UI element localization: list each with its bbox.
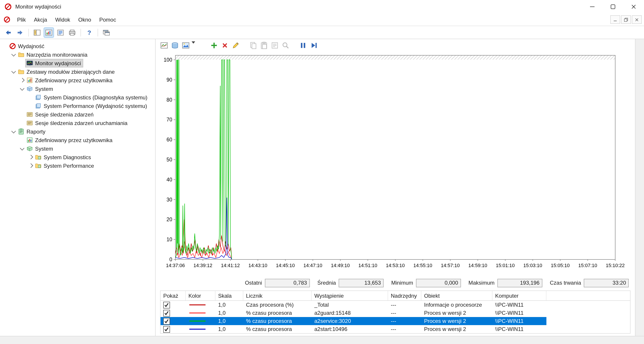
legend-column-header[interactable]: Wystąpienie [312, 291, 388, 300]
chevron-right-icon[interactable] [19, 77, 26, 84]
svg-text:14:51:10: 14:51:10 [358, 262, 377, 268]
mdi-window-controls [610, 15, 642, 24]
svg-text:14:55:10: 14:55:10 [413, 262, 432, 268]
svg-text:14:45:10: 14:45:10 [276, 262, 295, 268]
delete-counter-button[interactable] [221, 41, 229, 50]
tree-item-startup-event-trace-sessions[interactable]: Sesje śledzenia zdarzeń uruchamiania [0, 119, 155, 127]
legend-cell-counter: % czasu procesora [243, 326, 312, 332]
tree-item-label: Sesje śledzenia zdarzeń uruchamiania [35, 120, 128, 126]
legend-row-a2guard-15148[interactable]: 1,0% czasu procesoraa2guard:15148---Proc… [160, 309, 546, 317]
mdi-close-button[interactable] [632, 15, 642, 24]
legend-column-header[interactable]: Kolor [186, 291, 216, 300]
mdi-restore-button[interactable] [621, 15, 631, 24]
add-counter-button[interactable] [210, 41, 218, 50]
tree-item-performance[interactable]: Wydajność [0, 42, 155, 50]
status-bar [0, 336, 644, 344]
print-button[interactable] [68, 28, 77, 37]
svg-text:15:01:10: 15:01:10 [496, 262, 515, 268]
view-log-data-button[interactable] [171, 41, 179, 50]
chevron-down-icon[interactable] [10, 51, 17, 58]
tree-item-event-trace-sessions[interactable]: Sesje śledzenia zdarzeń [0, 110, 155, 119]
tree-item-system-diagnostics-reports[interactable]: System Diagnostics [0, 153, 155, 162]
show-counter-checkbox[interactable] [163, 326, 170, 332]
tree-item-user-defined-reports[interactable]: Zdefiniowany przez użytkownika [0, 136, 155, 144]
paste-counter-list-button[interactable] [260, 41, 268, 50]
tree-item-monitoring-tools[interactable]: Narzędzia monitorowania [0, 50, 155, 59]
chevron-down-icon[interactable] [19, 145, 26, 152]
svg-text:70: 70 [166, 117, 172, 122]
menu-app-icon [4, 16, 10, 23]
menu-okno[interactable]: Okno [74, 14, 95, 24]
properties-button[interactable] [271, 41, 279, 50]
legend-column-header[interactable]: Skala [216, 291, 243, 300]
svg-text:40: 40 [166, 177, 172, 182]
performance-graph: 010203040506070809010014:37:0614:39:1214… [159, 52, 632, 275]
legend-cell-scale: 1,0 [216, 310, 243, 316]
svg-text:20: 20 [166, 216, 172, 222]
minimize-button[interactable] [582, 0, 603, 14]
menu-plik[interactable]: Plik [13, 14, 30, 24]
details-pane: 010203040506070809010014:37:0614:39:1214… [156, 39, 636, 336]
tree-item-system-sets[interactable]: System [0, 84, 155, 93]
zoom-button[interactable] [282, 41, 290, 50]
view-current-activity-button[interactable] [160, 41, 168, 50]
chevron-down-icon[interactable] [10, 68, 17, 75]
legend-row--total[interactable]: 1,0Czas procesora (%)_Total---Informacje… [160, 301, 546, 309]
legend-column-header[interactable]: Licznik [243, 291, 312, 300]
tree-indent-spacer [19, 120, 26, 126]
tree-item-system-performance-reports[interactable]: System Performance [0, 162, 155, 170]
show-hide-console-tree-button[interactable] [32, 28, 42, 37]
tree-item-performance-monitor[interactable]: Monitor wydajności [0, 59, 155, 68]
chevron-down-icon[interactable] [10, 128, 17, 135]
legend-column-header[interactable]: Komputer [492, 291, 546, 300]
stat-value-duration: 33:20 [584, 278, 629, 287]
svg-text:14:47:10: 14:47:10 [303, 262, 322, 268]
toolbar-separator [203, 45, 207, 46]
legend-cell-parent: --- [388, 302, 422, 308]
tree-item-system-reports[interactable]: System [0, 144, 155, 153]
mdi-minimize-button[interactable] [610, 15, 620, 24]
tree-item-system-diagnostics-set[interactable]: System Diagnostics (Diagnostyka systemu) [0, 93, 155, 102]
tree-indent-spacer [2, 43, 8, 50]
legend-column-header[interactable]: Nadrzędny [388, 291, 422, 300]
tree-item-system-performance-set[interactable]: System Performance (Wydajność systemu) [0, 102, 155, 110]
tree-item-user-defined-sets[interactable]: Zdefiniowany przez użytkownika [0, 76, 155, 84]
new-window-button[interactable] [102, 28, 111, 37]
menu-pomoc[interactable]: Pomoc [95, 14, 120, 24]
highlight-button[interactable] [232, 41, 240, 50]
legend-cell-object: Proces w wersji 2 [422, 326, 492, 332]
export-list-button[interactable] [56, 28, 65, 37]
legend-column-header[interactable]: Obiekt [422, 291, 492, 300]
close-button[interactable] [623, 0, 644, 14]
legend-row-a2service-3020[interactable]: 1,0% czasu procesoraa2service:3020---Pro… [160, 317, 546, 325]
change-graph-type-dropdown[interactable] [192, 41, 200, 50]
chevron-down-icon[interactable] [19, 86, 26, 92]
legend-column-header[interactable]: Pokaż [160, 291, 186, 300]
window-title: Monitor wydajności [15, 4, 61, 10]
back-button[interactable] [4, 28, 13, 37]
maximize-button[interactable] [603, 0, 623, 14]
chevron-right-icon[interactable] [28, 154, 34, 160]
update-data-button[interactable] [310, 41, 318, 50]
show-counter-checkbox[interactable] [163, 310, 170, 316]
show-counter-checkbox[interactable] [163, 302, 170, 308]
menu-akcja[interactable]: Akcja [30, 14, 51, 24]
help-button[interactable]: ? [84, 28, 94, 37]
freeze-display-button[interactable] [299, 41, 307, 50]
tree-item-reports[interactable]: Raporty [0, 127, 155, 136]
session-icon [26, 111, 33, 118]
forward-button[interactable] [15, 28, 25, 37]
tree-item-label: Zdefiniowany przez użytkownika [35, 137, 112, 143]
tree-item-label: Zdefiniowany przez użytkownika [35, 77, 112, 84]
tree-item-data-collector-sets[interactable]: Zestawy modułów zbierających dane [0, 68, 155, 76]
legend-row-a2start-10496[interactable]: 1,0% czasu procesoraa2start:10496---Proc… [160, 325, 546, 333]
menu-widok[interactable]: Widok [51, 14, 74, 24]
change-graph-type-button[interactable] [182, 41, 190, 50]
svg-text:14:43:10: 14:43:10 [248, 262, 267, 268]
current-view-button[interactable] [44, 28, 54, 37]
show-counter-checkbox[interactable] [163, 318, 170, 324]
copy-properties-button[interactable] [249, 41, 257, 50]
report-set-icon [26, 145, 33, 152]
chevron-right-icon[interactable] [28, 162, 34, 169]
window-controls [582, 0, 644, 14]
